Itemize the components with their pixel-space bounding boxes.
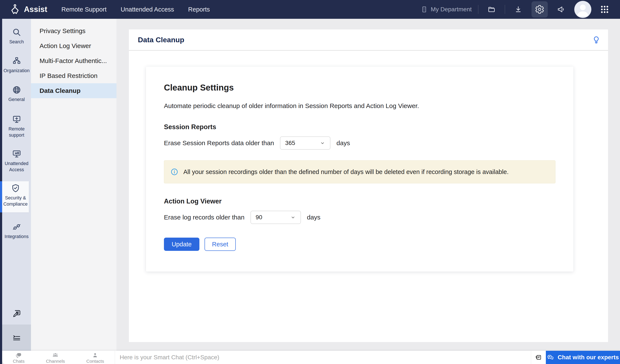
session-retention-select[interactable]: 365 bbox=[280, 136, 330, 150]
console-list-icon bbox=[12, 333, 21, 342]
people-group-icon bbox=[52, 352, 59, 358]
session-reports-row: Erase Session Reports data older than 36… bbox=[164, 136, 556, 150]
topnav-items: Remote Support Unattended Access Reports bbox=[61, 6, 210, 13]
plug-icon bbox=[12, 222, 22, 232]
app-screen: Assist Remote Support Unattended Access … bbox=[0, 0, 620, 364]
apps-grid-button[interactable] bbox=[598, 2, 611, 16]
announcements-button[interactable] bbox=[554, 2, 568, 16]
card-description: Automate periodic cleanup of older infor… bbox=[164, 102, 556, 110]
chat-experts-label: Chat with our experts bbox=[558, 354, 619, 361]
session-reports-heading: Session Reports bbox=[164, 123, 556, 131]
chevron-down-icon bbox=[320, 140, 325, 146]
tab-label: Contacts bbox=[86, 359, 104, 364]
nav-remote-support[interactable]: Remote Support bbox=[61, 6, 107, 13]
card-heading: Cleanup Settings bbox=[164, 83, 556, 92]
rail-label: Security & Compliance bbox=[2, 195, 29, 207]
avatar[interactable] bbox=[574, 1, 591, 18]
department-selector[interactable]: My Department bbox=[421, 6, 472, 13]
action-log-heading: Action Log Viewer bbox=[164, 197, 556, 205]
tab-channels[interactable]: Channels bbox=[46, 351, 65, 364]
tab-label: Channels bbox=[46, 359, 65, 364]
download-icon bbox=[514, 5, 523, 14]
rail-item-general[interactable]: General bbox=[2, 83, 31, 103]
info-banner-text: All your session recordings older than t… bbox=[183, 168, 509, 175]
download-button[interactable] bbox=[512, 2, 525, 16]
rail-label: Search bbox=[3, 39, 30, 45]
info-icon bbox=[170, 168, 178, 176]
monitor-key-icon bbox=[12, 149, 22, 159]
smart-chat-input[interactable] bbox=[120, 354, 510, 361]
notes-button[interactable] bbox=[531, 351, 546, 364]
menu-item-action-log-viewer[interactable]: Action Log Viewer bbox=[31, 38, 116, 53]
settings-gear-button[interactable] bbox=[531, 1, 548, 17]
main-panel: Data Cleanup Cleanup Settings Automate p… bbox=[129, 29, 608, 342]
rail-item-unattended-access[interactable]: Unattended Access bbox=[2, 147, 31, 173]
monitor-plus-icon bbox=[12, 115, 22, 124]
shield-check-icon bbox=[11, 183, 20, 193]
log-retention-unit: days bbox=[307, 214, 320, 221]
bulb-icon bbox=[592, 35, 601, 44]
menu-item-multi-factor-authentication[interactable]: Multi-Factor Authentic... bbox=[31, 53, 116, 68]
cleanup-settings-card: Cleanup Settings Automate periodic clean… bbox=[146, 67, 574, 272]
rail-item-organization[interactable]: Organization bbox=[2, 54, 31, 74]
menu-item-ip-based-restriction[interactable]: IP Based Restriction bbox=[31, 68, 116, 83]
smart-chat-area bbox=[115, 351, 531, 364]
chevron-down-icon bbox=[290, 215, 296, 220]
console-button[interactable] bbox=[2, 324, 31, 351]
search-icon bbox=[12, 27, 22, 37]
action-log-row: Erase log records older than 90 days bbox=[164, 211, 556, 224]
feedback-button[interactable] bbox=[2, 309, 31, 319]
session-retention-value: 365 bbox=[285, 140, 295, 146]
apps-grid-icon bbox=[600, 5, 609, 14]
tab-label: Chats bbox=[13, 359, 25, 364]
rail-label: General bbox=[3, 97, 30, 103]
rail-item-security-compliance[interactable]: Security & Compliance bbox=[0, 181, 29, 212]
feedback-note-icon bbox=[12, 309, 22, 319]
rail-item-remote-support[interactable]: Remote support bbox=[2, 112, 31, 138]
tips-button[interactable] bbox=[592, 35, 601, 44]
settings-menu: Privacy Settings Action Log Viewer Multi… bbox=[31, 19, 116, 351]
folder-icon bbox=[487, 5, 496, 14]
log-retention-value: 90 bbox=[256, 214, 262, 221]
brand[interactable]: Assist bbox=[9, 4, 47, 15]
rail-item-search[interactable]: Search bbox=[2, 25, 31, 45]
org-building-icon bbox=[421, 6, 428, 13]
stacked-notes-icon bbox=[535, 354, 542, 361]
nav-unattended-access[interactable]: Unattended Access bbox=[121, 6, 174, 13]
brand-name: Assist bbox=[24, 5, 47, 14]
bottom-bar-right: Chat with our experts bbox=[531, 351, 620, 364]
nav-reports[interactable]: Reports bbox=[188, 6, 210, 13]
bottom-bar: Chats Channels Contacts bbox=[2, 351, 620, 364]
rail-item-integrations[interactable]: Integrations bbox=[2, 220, 31, 240]
icon-rail: Search Organization General bbox=[2, 19, 31, 351]
megaphone-icon bbox=[557, 5, 565, 14]
page-title: Data Cleanup bbox=[138, 36, 184, 44]
chat-experts-button[interactable]: Chat with our experts bbox=[546, 351, 620, 364]
tab-contacts[interactable]: Contacts bbox=[86, 351, 104, 364]
gear-icon bbox=[535, 5, 544, 14]
log-retention-select[interactable]: 90 bbox=[250, 211, 301, 224]
assist-logo-icon bbox=[9, 4, 20, 15]
menu-item-privacy-settings[interactable]: Privacy Settings bbox=[31, 24, 116, 38]
info-banner: All your session recordings older than t… bbox=[164, 160, 556, 183]
org-chart-icon bbox=[12, 56, 22, 66]
button-row: Update Reset bbox=[164, 238, 556, 251]
rail-label: Integrations bbox=[3, 233, 30, 240]
update-button[interactable]: Update bbox=[164, 238, 199, 251]
folder-button[interactable] bbox=[485, 2, 498, 16]
divider bbox=[505, 5, 505, 14]
menu-item-data-cleanup[interactable]: Data Cleanup bbox=[31, 83, 116, 98]
department-label: My Department bbox=[431, 6, 472, 13]
main-header: Data Cleanup bbox=[129, 29, 608, 51]
action-log-label: Erase log records older than bbox=[164, 214, 245, 221]
divider bbox=[478, 5, 478, 14]
rail-label: Organization bbox=[3, 68, 30, 74]
tab-chats[interactable]: Chats bbox=[13, 351, 25, 364]
rail-label: Unattended Access bbox=[3, 160, 30, 173]
topnav-right: My Department bbox=[421, 1, 611, 18]
reset-button[interactable]: Reset bbox=[204, 238, 236, 251]
person-icon bbox=[92, 352, 98, 358]
bottom-tabs: Chats Channels Contacts bbox=[2, 351, 115, 364]
chat-bubbles-icon bbox=[16, 352, 22, 358]
chat-lines-icon bbox=[547, 354, 554, 361]
